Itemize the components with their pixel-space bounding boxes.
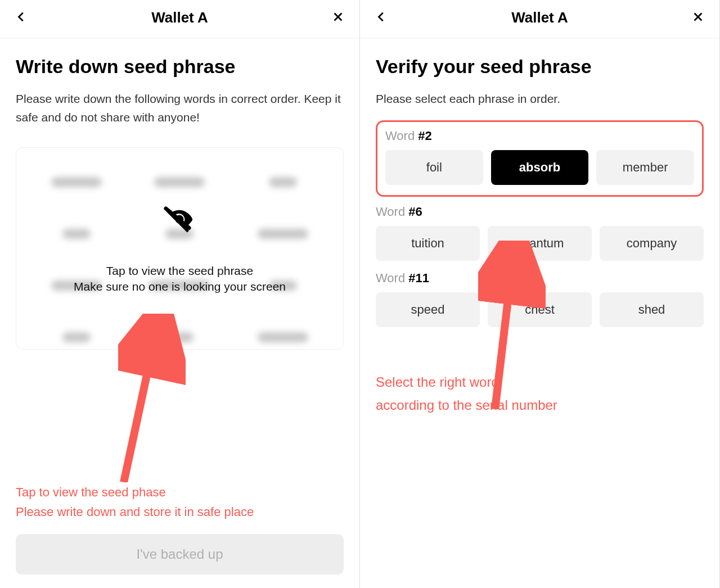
header-left: Wallet A (0, 0, 359, 38)
back-button[interactable] (14, 10, 29, 26)
panel-verify: Wallet A Verify your seed phrase Please … (360, 0, 720, 588)
backed-up-button[interactable]: I've backed up (16, 534, 344, 575)
seed-overlay: Tap to view the seed phrase Make sure no… (74, 203, 286, 293)
annotation-left: Tap to view the seed phase Please write … (16, 482, 344, 522)
eye-slash-icon (164, 203, 195, 237)
annotation-right-line2: according to the serial number (376, 394, 704, 417)
back-icon (15, 11, 28, 25)
close-button[interactable] (690, 10, 706, 26)
verify-group-11: Word#11speedchestshed (376, 271, 704, 327)
back-icon (375, 11, 388, 25)
annotation-left-line2: Please write down and store it in safe p… (16, 502, 344, 522)
word-label: Word#2 (385, 129, 694, 143)
word-option-speed[interactable]: speed (376, 292, 480, 327)
word-label: Word#6 (376, 205, 704, 219)
annotation-right-line1: Select the right word (376, 371, 704, 394)
word-option-quantum[interactable]: quantum (488, 226, 592, 261)
page-title-right: Verify your seed phrase (376, 55, 704, 78)
word-option-company[interactable]: company (600, 226, 704, 261)
page-subtitle-left: Please write down the following words in… (16, 89, 344, 127)
word-label-prefix: Word (376, 271, 405, 286)
close-icon (332, 11, 344, 25)
word-label-hash: #2 (418, 129, 431, 143)
annotation-right: Select the right word according to the s… (376, 371, 704, 417)
word-label-hash: #6 (408, 205, 422, 219)
word-option-foil[interactable]: foil (385, 150, 483, 185)
verify-group-2: Word#2foilabsorbmember (376, 120, 704, 197)
word-option-member[interactable]: member (596, 150, 694, 185)
header-title-left: Wallet A (29, 9, 330, 26)
content-left: Write down seed phrase Please write down… (0, 38, 359, 588)
word-row: foilabsorbmember (385, 150, 694, 185)
word-row: speedchestshed (376, 292, 704, 327)
word-option-shed[interactable]: shed (600, 292, 704, 327)
annotation-left-line1: Tap to view the seed phase (16, 482, 344, 502)
page-title-left: Write down seed phrase (16, 55, 344, 78)
content-right: Verify your seed phrase Please select ea… (360, 38, 719, 588)
word-option-absorb[interactable]: absorb (491, 150, 589, 185)
close-icon (692, 11, 704, 25)
word-row: tuitionquantumcompany (376, 226, 704, 261)
header-right: Wallet A (360, 0, 719, 38)
seed-tap-sub: Make sure no one is looking your screen (74, 280, 286, 293)
svg-line-2 (124, 331, 156, 482)
verify-group-6: Word#6tuitionquantumcompany (376, 205, 704, 261)
verify-groups: Word#2foilabsorbmemberWord#6tuitionquant… (376, 120, 704, 337)
word-option-tuition[interactable]: tuition (376, 226, 480, 261)
seed-card[interactable]: Tap to view the seed phrase Make sure no… (16, 147, 344, 350)
word-label-prefix: Word (376, 205, 405, 219)
close-button[interactable] (330, 10, 346, 26)
word-label: Word#11 (376, 271, 704, 286)
page-subtitle-right: Please select each phrase in order. (376, 89, 704, 108)
word-option-chest[interactable]: chest (488, 292, 592, 327)
word-label-hash: #11 (408, 271, 429, 286)
header-title-right: Wallet A (389, 9, 690, 26)
panel-write-down: Wallet A Write down seed phrase Please w… (0, 0, 360, 588)
seed-tap-title: Tap to view the seed phrase (106, 264, 254, 278)
back-button[interactable] (374, 10, 389, 26)
word-label-prefix: Word (385, 129, 415, 143)
